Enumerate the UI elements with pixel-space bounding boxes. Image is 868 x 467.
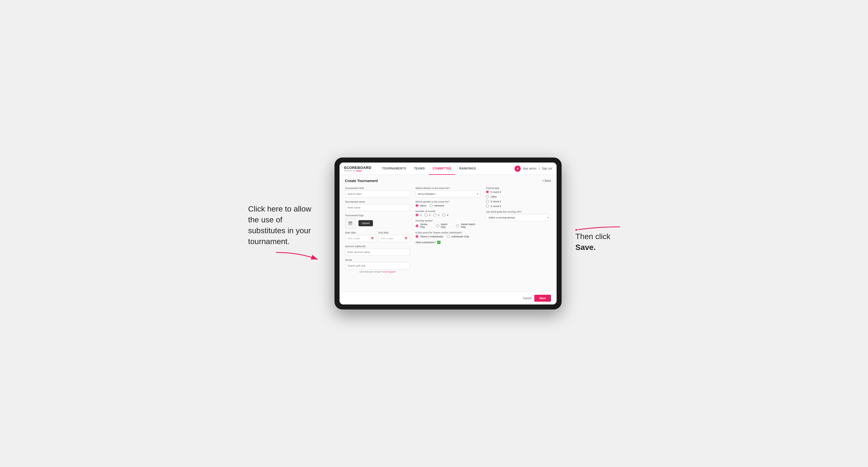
rounds-3-radio[interactable]	[433, 214, 436, 217]
save-button[interactable]: Save	[534, 295, 551, 302]
gender-options: Mens Womens	[415, 204, 480, 207]
venue-input[interactable]	[345, 262, 410, 270]
logo-powered: Powered by clippd	[344, 170, 372, 172]
nav-teams[interactable]: TEAMS	[410, 162, 429, 175]
email-support-link[interactable]: email support	[382, 271, 396, 273]
rounds-label: Number of rounds	[415, 210, 480, 213]
form-right-column: Format type 5 count 4 Other	[486, 187, 551, 273]
logo-placeholder	[345, 218, 356, 228]
gender-womens-radio[interactable]	[430, 204, 433, 207]
gender-label: Which gender is the event for?	[415, 200, 480, 203]
start-date-input[interactable]: Pick a date 📅	[345, 235, 376, 242]
scoring-medal-match[interactable]: Medal Match Play	[456, 223, 480, 228]
logo-upload-area: Upload	[345, 218, 410, 228]
image-icon	[348, 221, 353, 226]
sign-out-link[interactable]: Sign out	[542, 167, 552, 170]
format-5count4-radio[interactable]	[486, 190, 489, 193]
navigation: SCOREBOARD Powered by clippd TOURNAMENTS…	[340, 162, 557, 175]
sponsor-input[interactable]	[345, 249, 410, 256]
rounds-field: Number of rounds 1 2	[415, 210, 480, 217]
venue-field: Venue Can't find your venue? email suppo…	[345, 258, 410, 273]
format-5count4[interactable]: 5 count 4	[486, 190, 551, 193]
rounds-4-radio[interactable]	[442, 214, 445, 217]
scoring-match-play[interactable]: Match Play	[436, 223, 453, 228]
page-title: Create Tournament	[345, 179, 378, 183]
nav-rankings[interactable]: RANKINGS	[455, 162, 480, 175]
scoring-api-select[interactable]: Select a scoring service	[486, 214, 551, 221]
event-individuals[interactable]: Individuals Only	[447, 235, 469, 238]
tournament-name-label: Tournament name	[345, 200, 410, 203]
nav-committee[interactable]: COMMITTEE	[429, 162, 456, 175]
venue-label: Venue	[345, 258, 410, 261]
division-field: Which division is the event for? NCAA Di…	[415, 187, 480, 197]
upload-button[interactable]: Upload	[359, 220, 373, 226]
rounds-2-radio[interactable]	[425, 214, 428, 217]
page-footer: Cancel Save	[340, 292, 557, 305]
nav-user-area: B blair admin | Sign out	[515, 165, 552, 172]
gender-mens-radio[interactable]	[415, 204, 418, 207]
tournament-logo-label: Tournament logo	[345, 214, 410, 217]
back-link[interactable]: < Back	[542, 179, 551, 182]
rounds-1[interactable]: 1	[415, 214, 422, 217]
scoring-stroke-play[interactable]: Stroke Play	[415, 223, 433, 228]
user-name: blair admin	[523, 167, 536, 170]
event-teams-radio[interactable]	[415, 235, 418, 238]
tournament-host-field: Tournament Host	[345, 187, 410, 197]
sponsor-field: Sponsor (optional)	[345, 245, 410, 256]
format-type-label: Format type	[486, 187, 551, 189]
format-other-radio[interactable]	[486, 195, 489, 198]
tournament-name-input[interactable]	[345, 204, 410, 211]
nav-separator: |	[539, 167, 539, 170]
rounds-2[interactable]: 2	[425, 214, 431, 217]
page-header: Create Tournament < Back	[345, 179, 551, 183]
scoring-api-field: Use third-party live scoring API? Select…	[486, 210, 551, 221]
allow-substitutes-field: Allow substitutes? ✓	[415, 241, 480, 244]
tournament-host-input[interactable]	[345, 190, 410, 197]
nav-tournaments[interactable]: TOURNAMENTS	[378, 162, 410, 175]
scoring-medal-radio[interactable]	[456, 224, 459, 227]
venue-help: Can't find your venue? email support	[345, 271, 410, 273]
format-type-field: Format type 5 count 4 Other	[486, 187, 551, 208]
scoring-stroke-radio[interactable]	[415, 224, 418, 227]
rounds-1-radio[interactable]	[415, 214, 418, 217]
left-arrow	[276, 247, 320, 263]
event-for-label: Is this event for Teams and/or Individua…	[415, 231, 480, 234]
allow-substitutes-checkbox[interactable]: ✓	[437, 241, 440, 244]
scoring-api-label: Use third-party live scoring API?	[486, 210, 551, 213]
division-label: Which division is the event for?	[415, 187, 480, 189]
gender-womens[interactable]: Womens	[430, 204, 444, 207]
end-date-input[interactable]: Pick a date 📅	[378, 235, 410, 242]
format-6count5-radio[interactable]	[486, 205, 489, 208]
cancel-button[interactable]: Cancel	[523, 297, 531, 300]
end-date-field: End date Pick a date 📅	[378, 231, 410, 242]
right-annotation: Then click Save.	[576, 231, 611, 253]
logo-text: SCOREBOARD	[344, 165, 372, 170]
event-individuals-radio[interactable]	[447, 235, 450, 238]
start-date-label: Start date	[345, 231, 376, 234]
gender-mens[interactable]: Mens	[415, 204, 426, 207]
event-for-field: Is this event for Teams and/or Individua…	[415, 231, 480, 238]
scoring-match-radio[interactable]	[436, 224, 439, 227]
rounds-options: 1 2 3	[415, 214, 480, 217]
tablet-screen: SCOREBOARD Powered by clippd TOURNAMENTS…	[340, 162, 557, 305]
scoring-system-label: Scoring system	[415, 219, 480, 222]
event-teams[interactable]: Teams (+Individuals)	[415, 235, 443, 238]
rounds-4[interactable]: 4	[442, 214, 448, 217]
page-content: Create Tournament < Back Tournament Host	[340, 175, 557, 292]
tablet-device: SCOREBOARD Powered by clippd TOURNAMENTS…	[335, 158, 562, 309]
format-other[interactable]: Other	[486, 195, 551, 198]
form-grid: Tournament Host Tournament name	[345, 187, 551, 273]
sponsor-label: Sponsor (optional)	[345, 245, 410, 248]
left-annotation: Click here to allow the use of substitut…	[248, 204, 320, 247]
rounds-3[interactable]: 3	[433, 214, 439, 217]
allow-substitutes-row: Allow substitutes? ✓	[415, 241, 480, 244]
logo: SCOREBOARD Powered by clippd	[344, 165, 372, 172]
format-6count4-radio[interactable]	[486, 200, 489, 203]
gender-field: Which gender is the event for? Mens Wome…	[415, 200, 480, 207]
format-6count4[interactable]: 6 count 4	[486, 200, 551, 203]
dates-row: Start date Pick a date 📅 End date	[345, 231, 410, 242]
division-select[interactable]: NCAA Division I	[415, 190, 480, 197]
end-date-label: End date	[378, 231, 410, 234]
nav-items: TOURNAMENTS TEAMS COMMITTEE RANKINGS	[378, 162, 515, 175]
format-6count5[interactable]: 6 count 5	[486, 205, 551, 208]
